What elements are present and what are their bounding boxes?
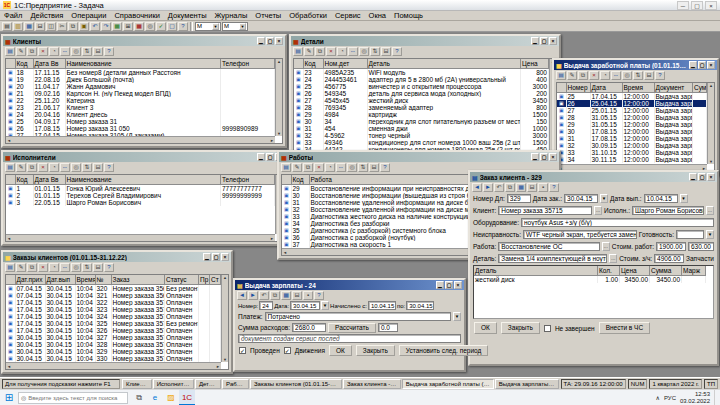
interval-icon[interactable]: ⇔ [348, 47, 358, 56]
scroll-up-icon[interactable]: ▲ [709, 83, 713, 88]
column-header[interactable]: Деталь [367, 59, 521, 68]
next-doc-icon[interactable]: ► [483, 183, 493, 192]
print-icon[interactable]: ⊟ [381, 47, 391, 56]
window-button-3[interactable]: Работы [222, 379, 249, 389]
client-field[interactable]: Номер заказа 35715 [498, 206, 592, 215]
maximize-button[interactable]: ▢ [540, 153, 548, 161]
print-icon[interactable]: ⊟ [35, 22, 45, 31]
interval-icon[interactable]: ⇔ [611, 71, 621, 80]
edit-row-icon[interactable]: ✎ [292, 163, 302, 172]
sort-icon[interactable]: ⇅ [82, 263, 92, 272]
minimize-button[interactable]: ▁ [257, 153, 265, 161]
column-header[interactable]: Наименование [65, 175, 221, 184]
scroll-down-icon[interactable]: ▼ [223, 357, 227, 362]
date-picker-icon[interactable]: ▼ [680, 194, 688, 203]
column-header[interactable]: Код [291, 175, 309, 184]
column-header[interactable]: Время [622, 83, 654, 92]
table-row[interactable]: ▣30.04.1530.04.1510:04328Номер заказа 35… [6, 341, 221, 348]
defect-field[interactable]: WTF черный экран, требуется замена диска [523, 230, 637, 239]
check-icon[interactable]: ✓ [156, 22, 166, 31]
save-icon[interactable]: ▦ [281, 291, 291, 300]
table-row[interactable]: ▣30.04.1530.04.1510:04330Номер заказа 35… [6, 355, 221, 362]
maximize-button[interactable]: ▢ [540, 37, 548, 45]
table-row[interactable]: ▣2011.04.17Жанн Адамович [6, 83, 275, 90]
income-field[interactable]: 630.00 [688, 242, 714, 251]
column-header[interactable]: № [95, 275, 111, 284]
calendar-icon[interactable]: ▦ [134, 22, 144, 31]
scroll-left-icon[interactable]: ◄ [7, 138, 11, 143]
table-row[interactable]: ▣28769345заменяемый адаптер800 [294, 104, 549, 111]
chevron-down-icon[interactable]: ▼ [212, 23, 219, 30]
table-row[interactable]: ▣234985А235WiFi модуль800 [294, 68, 549, 76]
comment-field[interactable]: документ создан сервис послед [238, 334, 461, 343]
search-icon[interactable]: ◎ [359, 47, 369, 56]
search-icon[interactable]: ◎ [347, 163, 357, 172]
scroll-right-icon[interactable]: ► [270, 236, 274, 241]
window-button-6[interactable]: Выдача заработной платы (01.01... [402, 379, 494, 389]
window-titlebar[interactable]: ▦ Работы ▁▢× [279, 152, 559, 162]
app-close-button[interactable]: × [705, 1, 717, 10]
task-view-icon[interactable]: ⧉ [131, 390, 147, 405]
not-finished-checkbox[interactable] [544, 325, 551, 332]
lock-icon[interactable]: ▪ [538, 183, 548, 192]
history-icon[interactable]: ◔ [49, 47, 59, 56]
menu-item-8[interactable]: Сервис [331, 11, 365, 20]
close-button[interactable]: × [221, 253, 229, 261]
search-input[interactable] [28, 395, 125, 401]
table-row[interactable]: ▣2109.02.16Карлсон Н. (н/у Пекед модел В… [6, 90, 275, 97]
calculate-button[interactable]: Рассчитать [328, 323, 376, 333]
column-header[interactable]: Марж [682, 266, 706, 275]
find-icon[interactable]: ◎ [145, 22, 155, 31]
column-header[interactable]: Статус [165, 275, 199, 284]
print-icon[interactable]: ⊟ [369, 163, 379, 172]
prev-doc-icon[interactable]: ◄ [237, 291, 247, 300]
column-header[interactable] [6, 59, 15, 68]
menu-item-7[interactable]: Обработки [285, 11, 331, 20]
edit-row-icon[interactable]: ✎ [567, 71, 577, 80]
new-row-icon[interactable]: ▤ [556, 71, 566, 80]
column-header[interactable]: Дат.прих [15, 275, 45, 284]
column-header[interactable]: Телефон [221, 175, 275, 184]
table-row[interactable]: ▣30.04.1530.04.1510:04329Номер заказа 35… [6, 348, 221, 355]
table-row[interactable]: ▣1817.11.15Без номер8 (детали данных Рас… [6, 68, 275, 76]
minimize-button[interactable]: ▁ [436, 281, 444, 289]
table-row[interactable]: ▣3017.08.1512:00:00Выдача зарплаты [557, 128, 707, 135]
window-titlebar[interactable]: ▤ Выдача зарплаты - 24 ▁▢× [235, 280, 464, 290]
file-explorer-icon[interactable]: ▨ [163, 390, 179, 405]
maximize-button[interactable]: ▢ [698, 173, 706, 181]
undo-icon[interactable]: ↶ [90, 22, 100, 31]
copy-row-icon[interactable]: ⧉ [315, 47, 325, 56]
history-icon[interactable]: ◔ [337, 47, 347, 56]
column-header[interactable] [6, 175, 15, 184]
next-doc-icon[interactable]: ► [248, 291, 258, 300]
column-header[interactable] [294, 59, 303, 68]
copy-icon[interactable]: ⧉ [505, 183, 515, 192]
sort-icon[interactable]: ⇅ [370, 47, 380, 56]
table-row[interactable]: ▣17.04.1530.04.1510:04325Номер заказа 35… [6, 320, 221, 327]
table-row[interactable]: ▣17.04.1530.04.1510:04326Номер заказа 35… [6, 327, 221, 334]
print-icon[interactable]: ⊟ [93, 163, 103, 172]
help-icon[interactable]: ? [549, 183, 559, 192]
delete-row-icon[interactable]: × [589, 71, 599, 80]
help-icon[interactable]: ? [104, 263, 114, 272]
column-header[interactable]: Код [15, 175, 33, 184]
ok-button[interactable]: ОК [329, 345, 352, 356]
help-icon[interactable]: ? [178, 22, 188, 31]
lookup-icon[interactable]: … [602, 242, 610, 251]
blacklist-button[interactable]: Внести в ЧС [599, 322, 651, 334]
app-maximize-button[interactable]: ▢ [691, 1, 703, 10]
table-row[interactable]: ▣2420.04.16Клиент днесь [6, 111, 275, 118]
posted-checkbox[interactable]: ✓ [239, 347, 246, 354]
print-icon[interactable]: ⊟ [292, 291, 302, 300]
table-row[interactable]: ▣201.01.15Терехов Сергей Владимирович999… [6, 192, 275, 199]
history-icon[interactable]: ◔ [325, 163, 335, 172]
interval-icon[interactable]: ⇔ [336, 163, 346, 172]
table-row[interactable]: ▣2831.05.1512:00:00Выдача зарплаты [557, 114, 707, 121]
close-button[interactable]: × [549, 153, 557, 161]
scroll-down-icon[interactable]: ▼ [277, 131, 281, 136]
help-icon[interactable]: ? [655, 71, 665, 80]
chevron-down-icon[interactable]: ▼ [239, 23, 246, 30]
edit-row-icon[interactable]: ✎ [16, 263, 26, 272]
copy-icon[interactable]: ⧉ [270, 291, 280, 300]
horizontal-scrollbar[interactable]: ◄► [6, 362, 221, 369]
